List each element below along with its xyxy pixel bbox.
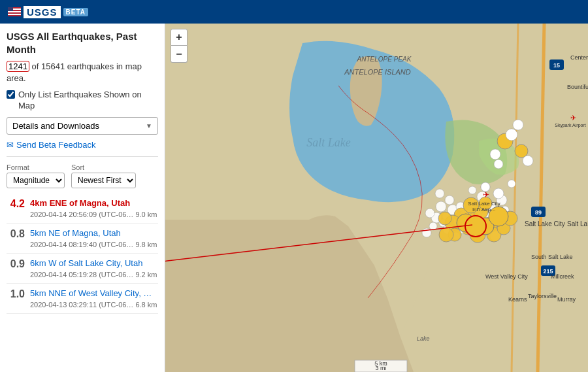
table-row[interactable]: 1.0 5km NNE of West Valley City, … 2020-… xyxy=(7,284,158,314)
svg-text:89: 89 xyxy=(535,209,542,216)
eq-title[interactable]: 6km W of Salt Lake City, Utah xyxy=(30,258,157,269)
eq-info: 4km ENE of Magna, Utah 2020-04-14 20:56:… xyxy=(30,198,157,218)
svg-text:Salt Lake C…: Salt Lake C… xyxy=(567,220,588,228)
only-shown-checkbox-row[interactable]: Only List Earthquakes Shown on Map xyxy=(7,90,158,112)
usgs-wordmark: USGS xyxy=(24,6,61,18)
eq-info: 6km W of Salt Lake City, Utah 2020-04-14… xyxy=(30,258,157,279)
svg-point-68 xyxy=(508,180,515,188)
filter-row: Format Magnitude Sort Newest First xyxy=(7,163,158,188)
eq-magnitude: 1.0 xyxy=(7,288,25,300)
sort-filter: Sort Newest First xyxy=(71,163,136,188)
eq-magnitude: 0.8 xyxy=(7,228,25,240)
svg-text:Lake: Lake xyxy=(417,335,430,342)
svg-text:Kearns: Kearns xyxy=(508,296,527,303)
earthquake-count: 1241 of 15641 earthquakes in map area. xyxy=(7,61,158,84)
map-svg: 15 89 215 xyxy=(165,24,588,372)
usgs-logo: USGS BETA xyxy=(8,6,88,18)
earthquake-list: 4.2 4km ENE of Magna, Utah 2020-04-14 20… xyxy=(7,194,158,314)
svg-point-27 xyxy=(425,209,434,218)
svg-point-13 xyxy=(445,195,454,205)
svg-text:Int'l Airp…: Int'l Airp… xyxy=(472,207,496,212)
svg-point-51 xyxy=(439,228,453,242)
svg-point-63 xyxy=(523,156,533,166)
table-row[interactable]: 0.8 5km NE of Magna, Utah 2020-04-14 08:… xyxy=(7,224,158,254)
svg-text:Murray: Murray xyxy=(557,296,576,303)
svg-text:Bountiful: Bountiful xyxy=(567,84,588,90)
svg-point-62 xyxy=(506,129,517,141)
feedback-label: Send Beta Feedback xyxy=(16,140,95,150)
eq-title[interactable]: 5km NNE of West Valley City, … xyxy=(30,288,157,299)
svg-point-61 xyxy=(490,149,500,160)
svg-text:ANTELOPE ISLAND: ANTELOPE ISLAND xyxy=(344,68,411,76)
format-select[interactable]: Magnitude xyxy=(7,173,65,188)
svg-text:Skypark Airport: Skypark Airport xyxy=(555,123,586,128)
svg-text:ANTELOPE PEAK: ANTELOPE PEAK xyxy=(357,56,412,63)
eq-magnitude: 4.2 xyxy=(7,198,25,210)
count-number: 1241 xyxy=(7,61,29,72)
svg-point-60 xyxy=(515,144,528,158)
svg-point-15 xyxy=(436,201,446,212)
us-flag-icon xyxy=(8,7,21,16)
format-filter: Format Magnitude xyxy=(7,163,65,188)
svg-text:Centervil…: Centervil… xyxy=(570,54,588,61)
chevron-down-icon: ▼ xyxy=(146,122,152,129)
svg-text:15: 15 xyxy=(553,62,560,69)
email-icon: ✉ xyxy=(7,140,14,150)
eq-date: 2020-04-13 03:29:11 (UTC-06… 6.8 km xyxy=(30,301,157,309)
svg-text:Salt Lake City: Salt Lake City xyxy=(468,201,500,207)
svg-text:Millcreek: Millcreek xyxy=(551,273,574,280)
sort-select[interactable]: Newest First xyxy=(71,173,136,188)
divider xyxy=(7,156,158,157)
svg-text:Taylorsville: Taylorsville xyxy=(528,293,557,299)
svg-point-67 xyxy=(493,188,504,199)
feedback-link[interactable]: ✉ Send Beta Feedback xyxy=(7,140,158,150)
svg-text:✈: ✈ xyxy=(483,190,489,199)
eq-date: 2020-04-14 20:56:09 (UTC-06… 9.0 km xyxy=(30,211,157,218)
svg-point-45 xyxy=(438,212,451,225)
sort-label: Sort xyxy=(71,163,136,171)
svg-text:Salt Lake City: Salt Lake City xyxy=(525,220,565,228)
details-downloads-label: Details and Downloads xyxy=(12,121,99,131)
details-downloads-button[interactable]: Details and Downloads ▼ xyxy=(7,117,158,135)
svg-point-30 xyxy=(435,189,444,198)
beta-badge: BETA xyxy=(63,8,88,16)
svg-point-31 xyxy=(468,186,476,194)
format-label: Format xyxy=(7,163,65,171)
svg-point-58 xyxy=(465,216,486,237)
eq-date: 2020-04-14 08:19:40 (UTC-06… 9.8 km xyxy=(30,241,157,248)
header: USGS BETA xyxy=(0,0,588,24)
main-layout: USGS All Earthquakes, Past Month 1241 of… xyxy=(0,24,588,372)
map-area[interactable]: 15 89 215 xyxy=(165,24,588,372)
table-row[interactable]: 4.2 4km ENE of Magna, Utah 2020-04-14 20… xyxy=(7,194,158,224)
svg-text:South Salt Lake: South Salt Lake xyxy=(531,254,573,260)
table-row[interactable]: 0.9 6km W of Salt Lake City, Utah 2020-0… xyxy=(7,254,158,284)
only-shown-label: Only List Earthquakes Shown on Map xyxy=(18,90,158,112)
svg-point-64 xyxy=(494,160,503,169)
eq-info: 5km NE of Magna, Utah 2020-04-14 08:19:4… xyxy=(30,228,157,248)
svg-point-65 xyxy=(513,120,523,130)
svg-text:✈: ✈ xyxy=(570,114,576,122)
eq-title[interactable]: 5km NE of Magna, Utah xyxy=(30,228,157,239)
zoom-in-button[interactable]: + xyxy=(171,29,188,46)
zoom-out-button[interactable]: − xyxy=(171,46,188,63)
svg-text:West Valley City: West Valley City xyxy=(485,273,528,280)
eq-title[interactable]: 4km ENE of Magna, Utah xyxy=(30,198,157,209)
svg-text:Salt  Lake: Salt Lake xyxy=(306,136,351,149)
map-controls: + − xyxy=(171,29,188,63)
eq-date: 2020-04-14 05:19:28 (UTC-06… 9.2 km xyxy=(30,271,157,279)
only-shown-checkbox[interactable] xyxy=(7,90,15,99)
eq-info: 5km NNE of West Valley City, … 2020-04-1… xyxy=(30,288,157,309)
sidebar: USGS All Earthquakes, Past Month 1241 of… xyxy=(0,24,165,372)
page-title: USGS All Earthquakes, Past Month xyxy=(7,30,158,56)
svg-text:3 mi: 3 mi xyxy=(375,365,386,371)
eq-magnitude: 0.9 xyxy=(7,258,25,270)
